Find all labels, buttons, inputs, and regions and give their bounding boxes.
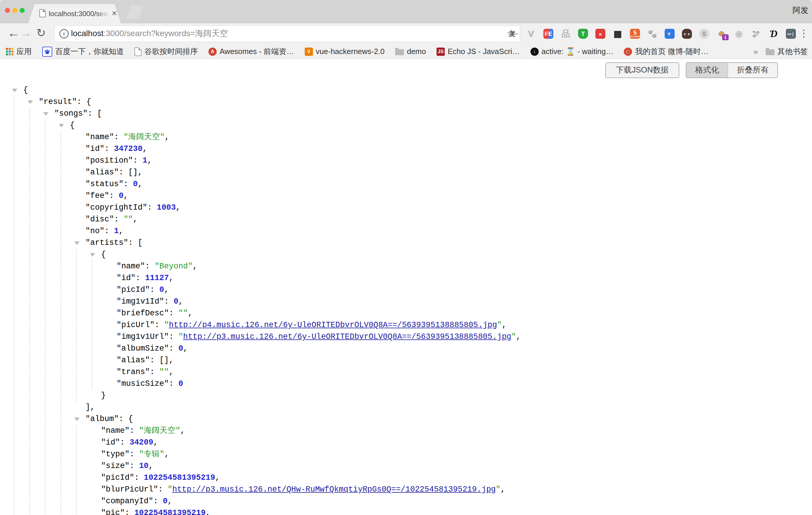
json-punctuation: : (158, 485, 167, 494)
other-bookmarks-folder[interactable]: 其他书签 (765, 47, 808, 57)
indent-guide (29, 143, 30, 155)
indent-guide (45, 484, 46, 495)
json-punctuation: ], (85, 403, 95, 412)
json-line: "id": 347230, (0, 143, 812, 155)
json-link[interactable]: http://p4.music.126.net/6y-UleORITEDbvrO… (169, 321, 497, 330)
json-punctuation: : (153, 497, 163, 506)
indent-guide (29, 343, 30, 354)
bookmark-awesomes[interactable]: AAwesomes - 前端资… (208, 47, 294, 57)
page-content: 下载JSON数据 格式化 折叠所有 {"result": {"songs": [… (0, 59, 812, 515)
ext-vue-devtools-icon[interactable]: V (526, 28, 536, 39)
ext-weibo-eye-icon[interactable]: ◉ (734, 28, 744, 39)
collapse-toggle-icon[interactable] (74, 418, 80, 421)
json-line: "img1v1Id": 0, (0, 296, 812, 307)
collapse-toggle-icon[interactable] (43, 112, 49, 116)
ext-qr-code-icon[interactable]: ▦ (612, 28, 623, 39)
bookmark-echojs[interactable]: JSEcho JS - JavaScri… (437, 47, 520, 56)
close-window-button[interactable] (5, 8, 10, 13)
indent-guide (45, 307, 46, 319)
json-line: "blurPicUrl": "http://p3.music.126.net/Q… (0, 484, 812, 495)
address-bar[interactable]: i localhost:3000/search?keywords=海阔天空 ☆ (54, 26, 520, 42)
json-link[interactable]: http://p3.music.126.net/QHw-RuMwfQkmqtiy… (172, 485, 496, 494)
json-line: } (0, 390, 812, 401)
bookmark-apps[interactable]: 应用 (6, 47, 32, 57)
json-line: ], (0, 401, 812, 413)
ext-fast-forward-icon[interactable]: » (595, 28, 606, 39)
json-punctuation: , (215, 473, 220, 482)
json-key: "id" (101, 438, 120, 447)
json-link[interactable]: http://p3.music.126.net/6y-UleORITEDbvrO… (183, 332, 512, 341)
indent-guide (14, 343, 14, 354)
indent-guide (76, 354, 77, 366)
json-punctuation: : (150, 285, 159, 294)
ext-d-icon[interactable]: Ɗ (768, 28, 779, 39)
bookmark-demo[interactable]: demo (395, 47, 426, 56)
indent-guide (14, 108, 14, 119)
bookmarks-overflow-icon[interactable]: » (753, 47, 758, 56)
indent-guide (92, 284, 92, 296)
json-line: "disc": "", (0, 213, 812, 225)
ext-bird-icon[interactable]: 🕊 (751, 28, 761, 39)
ext-translate-icon[interactable]: 英en (509, 28, 519, 39)
indent-guide (14, 272, 14, 284)
json-line: "picUrl": "http://p4.music.126.net/6y-Ul… (0, 319, 812, 331)
ext-fe-icon[interactable]: FE (543, 28, 554, 39)
ext-double-chevron-down-icon[interactable]: » (664, 28, 675, 39)
url-text[interactable]: localhost:3000/search?keywords=海阔天空 (71, 26, 228, 42)
page-info-icon[interactable]: i (59, 29, 69, 38)
ext-monkey-icon[interactable]: 🐵1 (716, 28, 727, 39)
indent-guide (14, 390, 14, 401)
collapse-toggle-icon[interactable] (90, 253, 95, 257)
ext-dots-panel-icon[interactable]: •••❘ (786, 28, 796, 39)
profile-name[interactable]: 阿发 (793, 0, 809, 23)
bookmark-baidu[interactable]: 百度一下，你就知道 (42, 47, 124, 57)
json-punctuation: , (164, 285, 169, 294)
collapse-toggle-icon[interactable] (74, 241, 80, 245)
indent-guide (60, 249, 61, 260)
paw-icon: 🐾 (647, 30, 657, 37)
bookmark-google-sorted[interactable]: 谷歌按时间排序 (135, 47, 198, 57)
ext-s-circle-icon[interactable]: S (699, 28, 709, 39)
tab-close-icon[interactable]: × (112, 4, 117, 23)
indent-guide (29, 284, 30, 296)
ext-shield-t-icon[interactable]: T (578, 28, 588, 39)
indent-guide (14, 237, 14, 249)
collapse-toggle-icon[interactable] (28, 101, 33, 104)
collapse-toggle-icon[interactable] (12, 89, 17, 92)
bookmark-label: 应用 (17, 47, 32, 57)
json-string-value: "海阔天空" (139, 426, 180, 435)
indent-guide (29, 437, 30, 448)
format-button[interactable]: 格式化 (686, 63, 728, 78)
json-key: "albumSize" (117, 344, 169, 353)
collapse-all-button[interactable]: 折叠所有 (728, 63, 777, 78)
indent-guide (92, 378, 92, 390)
json-number-value: 1003 (157, 203, 176, 212)
bookmark-active[interactable]: ↓active: ⌛ - waiting… (530, 47, 613, 56)
back-icon[interactable]: ← (7, 23, 20, 44)
indent-guide (29, 108, 30, 119)
indent-guide (29, 131, 30, 143)
ext-sitemap-icon[interactable]: 品 (560, 28, 571, 39)
bookmark-baidu-icon (42, 47, 52, 57)
minimize-window-button[interactable] (12, 8, 17, 13)
bookmark-vue-hackernews[interactable]: Vvue-hackernews-2.0 (305, 47, 384, 56)
indent-guide (60, 190, 61, 202)
json-key: "alias" (117, 356, 150, 365)
download-json-button[interactable]: 下载JSON数据 (605, 62, 679, 78)
json-number-value: 347230 (114, 144, 142, 153)
ext-mask-icon[interactable]: ● ● (682, 28, 692, 39)
browser-menu-icon[interactable]: ⋮ (799, 23, 809, 44)
collapse-toggle-icon[interactable] (59, 124, 64, 127)
bookmark-weibo[interactable]: 我的首页 微博-随时… (624, 47, 708, 57)
json-punctuation: , (138, 180, 142, 189)
indent-guide (60, 495, 61, 507)
reload-icon[interactable]: ↻ (35, 23, 48, 44)
bookmarks-bar: 应用百度一下，你就知道谷歌按时间排序AAwesomes - 前端资…Vvue-h… (0, 44, 812, 59)
ext-html5-player-icon[interactable]: 5PLAYER (630, 28, 640, 39)
indent-guide (60, 272, 61, 284)
browser-tab[interactable]: localhost:3000/search?keywor × (28, 4, 121, 23)
indent-guide (60, 296, 61, 307)
maximize-window-button[interactable] (20, 8, 25, 13)
ext-paw-icon[interactable]: 🐾 (647, 28, 658, 39)
new-tab-button[interactable] (126, 5, 143, 19)
